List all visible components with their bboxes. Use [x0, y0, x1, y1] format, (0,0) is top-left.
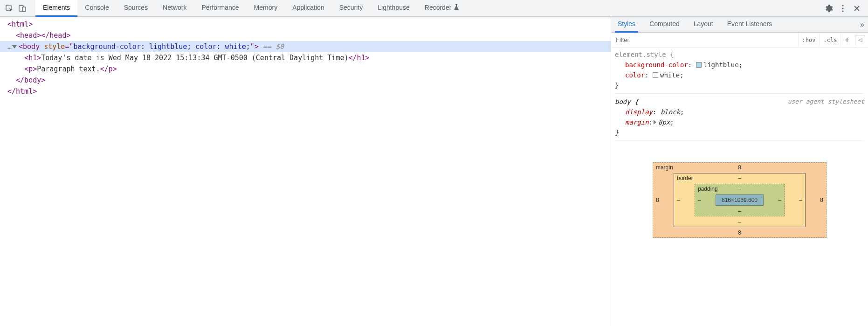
margin-right-value[interactable]: 8 [820, 197, 823, 203]
ellipsis-icon: … [7, 42, 12, 51]
subtab-layout[interactable]: Layout [691, 17, 716, 33]
subtab-computed[interactable]: Computed [647, 17, 682, 33]
main-area: <html> <head></head> …<body style="backg… [0, 17, 868, 326]
margin-label: margin [656, 164, 673, 171]
rule-element-style[interactable]: element.style { background-color: lightb… [615, 49, 864, 94]
padding-label: padding [698, 186, 718, 192]
box-model-margin[interactable]: margin 8 8 8 8 border – – – – padding – [653, 162, 827, 238]
hov-toggle[interactable]: :hov [798, 33, 820, 47]
padding-right-value[interactable]: – [778, 197, 781, 203]
ua-stylesheet-label: user agent stylesheet [788, 97, 864, 107]
dom-line-head[interactable]: <head></head> [0, 30, 611, 41]
tab-memory[interactable]: Memory [247, 0, 285, 17]
dom-line-h1[interactable]: <h1>Today's date is Wed May 18 2022 15:1… [0, 52, 611, 63]
close-brace: } [615, 129, 619, 136]
padding-bottom-value[interactable]: – [738, 208, 741, 215]
dollar-zero-ref: == $0 [259, 42, 284, 51]
styles-panel: Styles Computed Layout Event Listeners »… [611, 17, 868, 326]
svg-point-5 [842, 10, 843, 12]
lightblue-swatch-icon[interactable] [696, 62, 702, 68]
tab-console[interactable]: Console [77, 0, 116, 17]
svg-point-4 [842, 7, 843, 9]
prop-color[interactable]: color: white; [615, 70, 864, 80]
margin-bottom-value[interactable]: 8 [738, 229, 741, 236]
settings-icon[interactable] [822, 2, 835, 15]
device-toggle-icon[interactable] [16, 2, 29, 15]
toggle-sidebar-icon[interactable]: ◁ [855, 35, 865, 45]
prop-display[interactable]: display: block; [615, 107, 864, 117]
margin-left-value[interactable]: 8 [656, 197, 659, 203]
tab-sources[interactable]: Sources [117, 0, 155, 17]
styles-filter-input[interactable] [611, 33, 798, 47]
toolbar-left-group [3, 2, 29, 15]
inspect-icon[interactable] [3, 2, 16, 15]
expand-triangle-icon[interactable] [654, 120, 656, 125]
border-right-value[interactable]: – [799, 197, 802, 203]
svg-point-3 [842, 5, 843, 6]
close-icon[interactable] [850, 2, 863, 15]
body-selector: body { [615, 98, 639, 105]
box-model[interactable]: margin 8 8 8 8 border – – – – padding – [611, 144, 868, 326]
kebab-menu-icon[interactable] [836, 2, 849, 15]
cls-toggle[interactable]: .cls [819, 33, 840, 47]
p-text: Paragraph text. [37, 65, 100, 73]
toolbar-right-group [822, 2, 865, 15]
box-model-padding[interactable]: padding – – – – 816×1069.600 [695, 184, 785, 216]
border-bottom-value[interactable]: – [738, 219, 741, 225]
tab-performance[interactable]: Performance [194, 0, 246, 17]
prop-background-color[interactable]: background-color: lightblue; [615, 60, 864, 70]
tab-security[interactable]: Security [332, 0, 371, 17]
border-left-value[interactable]: – [677, 197, 680, 203]
close-brace: } [615, 82, 619, 89]
body-tag-open: <body [19, 42, 44, 51]
white-swatch-icon[interactable] [653, 72, 658, 78]
body-attr-eq: =" [65, 42, 73, 51]
tab-network[interactable]: Network [155, 0, 194, 17]
box-model-border[interactable]: border – – – – padding – – – – 816×106 [674, 173, 806, 227]
content-dimensions: 816×1069.600 [722, 197, 758, 203]
border-label: border [677, 175, 693, 181]
margin-top-value[interactable]: 8 [738, 164, 741, 171]
subtab-event-listeners[interactable]: Event Listeners [724, 17, 775, 33]
styles-filter-row: :hov .cls + ◁ [611, 33, 868, 48]
element-style-selector: element.style { [615, 51, 674, 58]
dom-line-p[interactable]: <p>Paragraph text.</p> [0, 63, 611, 75]
body-style-attr-name: style [44, 42, 65, 51]
tab-recorder[interactable]: Recorder [417, 0, 468, 17]
main-tabs: Elements Console Sources Network Perform… [35, 0, 467, 17]
body-tag-close-bracket: "> [250, 42, 259, 51]
devtools-toolbar: Elements Console Sources Network Perform… [0, 0, 868, 17]
tab-application[interactable]: Application [285, 0, 332, 17]
h1-text: Today's date is Wed May 18 2022 15:13:34… [41, 54, 348, 62]
dom-line-body-close[interactable]: </body> [0, 75, 611, 86]
padding-left-value[interactable]: – [698, 197, 701, 203]
tab-elements[interactable]: Elements [35, 0, 77, 17]
rule-body-ua[interactable]: user agent stylesheet body { display: bl… [615, 97, 864, 141]
tab-recorder-label: Recorder [425, 4, 452, 11]
dom-line-html-open[interactable]: <html> [0, 19, 611, 30]
style-rules: element.style { background-color: lightb… [611, 48, 868, 144]
dom-line-html-close[interactable]: </html> [0, 86, 611, 97]
new-rule-button[interactable]: + [840, 33, 853, 47]
body-style-attr-value: background-color: lightblue; color: whit… [73, 42, 250, 51]
padding-top-value[interactable]: – [738, 186, 741, 192]
prop-margin[interactable]: margin:8px; [615, 117, 864, 127]
caret-down-icon[interactable] [12, 45, 17, 49]
border-top-value[interactable]: – [738, 175, 741, 181]
dom-tree-panel[interactable]: <html> <head></head> …<body style="backg… [0, 17, 611, 326]
overflow-icon[interactable]: » [860, 21, 864, 29]
flask-icon [453, 4, 460, 12]
styles-subtabs: Styles Computed Layout Event Listeners » [611, 17, 868, 33]
dom-line-body-open[interactable]: …<body style="background-color: lightblu… [0, 41, 611, 52]
subtab-styles[interactable]: Styles [615, 17, 638, 33]
box-model-content[interactable]: 816×1069.600 [716, 194, 764, 206]
svg-rect-2 [22, 7, 26, 12]
tab-lighthouse[interactable]: Lighthouse [370, 0, 417, 17]
